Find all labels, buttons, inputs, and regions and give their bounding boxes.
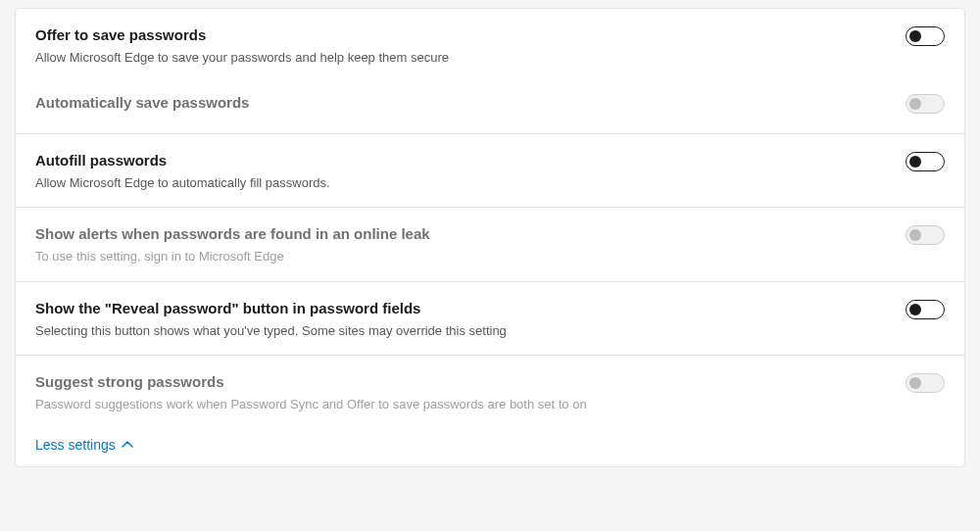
suggest-strong-passwords-title: Suggest strong passwords <box>35 371 886 392</box>
offer-save-passwords-title: Offer to save passwords <box>35 24 886 45</box>
toggle-knob <box>909 98 921 110</box>
less-settings-label: Less settings <box>35 437 116 453</box>
autofill-passwords-toggle[interactable] <box>906 152 945 171</box>
auto-save-passwords-toggle <box>906 94 945 114</box>
leak-alerts-desc: To use this setting, sign in to Microsof… <box>35 248 886 266</box>
toggle-knob <box>909 156 921 168</box>
reveal-password-text: Show the "Reveal password" button in pas… <box>35 298 906 340</box>
toggle-knob <box>909 377 921 389</box>
less-settings-button[interactable]: Less settings <box>16 429 964 466</box>
auto-save-passwords-title: Automatically save passwords <box>35 92 886 113</box>
suggest-strong-passwords-toggle <box>906 373 945 393</box>
leak-alerts-toggle <box>906 225 945 245</box>
suggest-strong-passwords-text: Suggest strong passwords Password sugges… <box>35 371 906 413</box>
leak-alerts-text: Show alerts when passwords are found in … <box>35 223 906 266</box>
leak-alerts-title: Show alerts when passwords are found in … <box>35 223 886 244</box>
reveal-password-title: Show the "Reveal password" button in pas… <box>35 298 886 318</box>
autofill-passwords-desc: Allow Microsoft Edge to automatically fi… <box>35 174 886 192</box>
suggest-strong-passwords-row: Suggest strong passwords Password sugges… <box>16 356 964 429</box>
toggle-knob <box>909 30 921 42</box>
offer-save-passwords-toggle[interactable] <box>906 26 945 46</box>
passwords-settings-panel: Offer to save passwords Allow Microsoft … <box>15 8 965 467</box>
offer-save-passwords-desc: Allow Microsoft Edge to save your passwo… <box>35 49 886 67</box>
toggle-knob <box>909 304 921 315</box>
chevron-up-icon <box>122 439 133 451</box>
toggle-knob <box>909 229 921 241</box>
suggest-strong-passwords-desc: Password suggestions work when Password … <box>35 396 886 413</box>
auto-save-passwords-row: Automatically save passwords <box>16 82 964 134</box>
autofill-passwords-text: Autofill passwords Allow Microsoft Edge … <box>35 150 906 192</box>
reveal-password-desc: Selecting this button shows what you've … <box>35 322 886 340</box>
reveal-password-row: Show the "Reveal password" button in pas… <box>16 282 964 356</box>
leak-alerts-row: Show alerts when passwords are found in … <box>16 208 964 281</box>
offer-save-passwords-row: Offer to save passwords Allow Microsoft … <box>16 9 964 82</box>
reveal-password-toggle[interactable] <box>906 300 945 319</box>
autofill-passwords-row: Autofill passwords Allow Microsoft Edge … <box>16 134 964 208</box>
autofill-passwords-title: Autofill passwords <box>35 150 886 170</box>
offer-save-passwords-text: Offer to save passwords Allow Microsoft … <box>35 24 906 67</box>
auto-save-passwords-text: Automatically save passwords <box>35 92 906 117</box>
